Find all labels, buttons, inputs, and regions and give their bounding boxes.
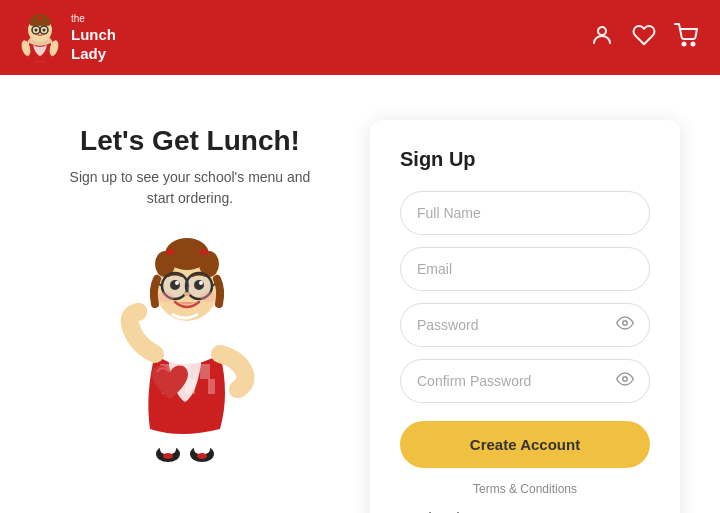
password-input[interactable] — [400, 303, 650, 347]
left-panel: Let's Get Lunch! Sign up to see your sch… — [60, 115, 320, 464]
svg-point-29 — [167, 249, 173, 255]
svg-point-23 — [229, 384, 247, 398]
profile-icon[interactable] — [590, 23, 614, 53]
svg-point-4 — [43, 18, 51, 26]
svg-point-8 — [35, 29, 38, 32]
confirm-password-input[interactable] — [400, 359, 650, 403]
svg-point-38 — [175, 281, 179, 285]
signup-card: Sign Up Create — [370, 120, 680, 513]
svg-point-43 — [623, 321, 628, 326]
svg-point-39 — [199, 281, 203, 285]
card-title: Sign Up — [400, 148, 650, 171]
svg-point-3 — [29, 18, 37, 26]
svg-point-13 — [598, 27, 606, 35]
full-name-group — [400, 191, 650, 235]
svg-point-44 — [623, 377, 628, 382]
header-icons — [590, 23, 700, 53]
main-content: Let's Get Lunch! Sign up to see your sch… — [0, 75, 720, 513]
create-account-button[interactable]: Create Account — [400, 421, 650, 468]
password-toggle-icon[interactable] — [616, 314, 634, 336]
svg-point-37 — [194, 280, 204, 290]
page-subtext: Sign up to see your school's menu and st… — [60, 167, 320, 209]
logo-mascot-icon — [15, 10, 65, 65]
favorites-icon[interactable] — [632, 23, 656, 53]
email-group — [400, 247, 650, 291]
page-headline: Let's Get Lunch! — [80, 125, 300, 157]
svg-point-21 — [197, 453, 207, 459]
terms-link[interactable]: Terms & Conditions — [400, 482, 650, 496]
password-group — [400, 303, 650, 347]
logo: the Lunch Lady — [15, 10, 116, 65]
svg-point-22 — [129, 303, 147, 317]
mascot-illustration — [90, 234, 290, 464]
svg-point-10 — [38, 16, 42, 20]
svg-point-9 — [43, 29, 46, 32]
svg-point-30 — [201, 249, 207, 255]
full-name-input[interactable] — [400, 191, 650, 235]
cart-icon[interactable] — [674, 23, 700, 53]
svg-point-15 — [692, 42, 695, 45]
header: the Lunch Lady — [0, 0, 720, 75]
svg-point-14 — [683, 42, 686, 45]
svg-point-36 — [170, 280, 180, 290]
svg-point-41 — [158, 292, 174, 302]
confirm-password-group — [400, 359, 650, 403]
svg-point-42 — [200, 292, 216, 302]
confirm-password-toggle-icon[interactable] — [616, 370, 634, 392]
svg-point-40 — [184, 292, 190, 296]
mascot-svg — [90, 234, 290, 474]
svg-point-20 — [163, 453, 173, 459]
email-input[interactable] — [400, 247, 650, 291]
logo-text: the Lunch Lady — [71, 12, 116, 64]
